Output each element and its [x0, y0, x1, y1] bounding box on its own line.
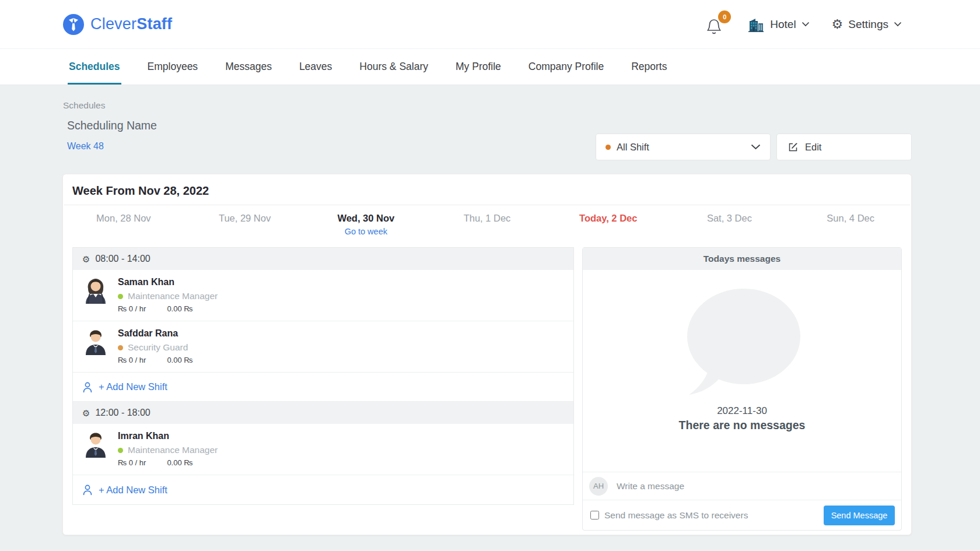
chevron-down-icon [894, 22, 902, 27]
hourly-rate: ₨ 0 / hr [118, 458, 146, 467]
shift-header-1[interactable]: ⚙ 08:00 - 14:00 [73, 248, 573, 270]
shift-time: 08:00 - 14:00 [95, 254, 150, 264]
day-mon[interactable]: Mon, 28 Nov [63, 213, 184, 247]
total-amount: 0.00 ₨ [167, 356, 192, 364]
user-avatar: AH [589, 477, 608, 496]
messages-date: 2022-11-30 [583, 405, 901, 417]
add-shift-label: + Add New Shift [99, 485, 167, 496]
tab-company-profile[interactable]: Company Profile [528, 49, 604, 85]
gear-icon: ⚙ [832, 18, 844, 31]
main-content: Schedules Scheduling Name Week 48 All Sh… [0, 85, 980, 551]
tab-hours-salary[interactable]: Hours & Salary [359, 49, 428, 85]
day-wed-label: Wed, 30 Nov [337, 213, 394, 223]
shift-header-2[interactable]: ⚙ 12:00 - 18:00 [73, 402, 573, 424]
logo[interactable]: CleverStaff [62, 13, 172, 36]
role-status-dot [118, 448, 123, 453]
shift-filter-dropdown[interactable]: All Shift [596, 134, 771, 160]
edit-button[interactable]: Edit [776, 134, 912, 160]
employee-role: Maintenance Manager [118, 291, 218, 301]
role-label: Maintenance Manager [128, 291, 218, 301]
gear-icon: ⚙ [82, 409, 90, 417]
week-card: Week From Nov 28, 2022 Mon, 28 Nov Tue, … [62, 174, 912, 535]
day-sun[interactable]: Sun, 4 Dec [790, 213, 911, 247]
notification-badge: 0 [718, 10, 731, 23]
tab-schedules[interactable]: Schedules [69, 49, 120, 85]
messages-panel-title: Todays messages [583, 248, 901, 270]
shift-time: 12:00 - 18:00 [95, 408, 150, 418]
day-wed-selected[interactable]: Wed, 30 Nov Go to week [305, 213, 426, 247]
notifications-button[interactable]: 0 [706, 14, 725, 35]
composer-actions: Send message as SMS to receivers Send Me… [583, 500, 901, 530]
edit-label: Edit [805, 142, 821, 153]
tab-my-profile[interactable]: My Profile [456, 49, 501, 85]
add-new-shift-button-2[interactable]: + Add New Shift [73, 475, 573, 504]
shifts-column: ⚙ 08:00 - 14:00 [72, 247, 574, 505]
employee-role: Maintenance Manager [118, 445, 218, 455]
add-new-shift-button-1[interactable]: + Add New Shift [73, 373, 573, 402]
top-header: CleverStaff 0 [0, 0, 980, 49]
edit-icon [788, 142, 799, 153]
sms-checkbox[interactable] [590, 511, 599, 520]
tab-leaves[interactable]: Leaves [299, 49, 332, 85]
go-to-week-link[interactable]: Go to week [305, 227, 426, 236]
employee-name: Saman Khan [118, 277, 218, 287]
messages-empty-state: 2022-11-30 There are no messages [583, 270, 901, 472]
gear-icon: ⚙ [82, 255, 90, 264]
content-row: ⚙ 08:00 - 14:00 [63, 247, 911, 531]
employee-rate: ₨ 0 / hr 0.00 ₨ [118, 356, 192, 364]
days-row: Mon, 28 Nov Tue, 29 Nov Wed, 30 Nov Go t… [63, 205, 911, 247]
employee-info: Imran Khan Maintenance Manager ₨ 0 / hr … [118, 431, 218, 467]
hourly-rate: ₨ 0 / hr [118, 356, 146, 364]
company-label: Hotel [770, 18, 796, 31]
chevron-down-icon [751, 144, 761, 150]
employee-name: Safddar Rana [118, 328, 192, 339]
employee-name: Imran Khan [118, 431, 218, 441]
settings-menu[interactable]: ⚙ Settings [832, 18, 902, 31]
employee-info: Saman Khan Maintenance Manager ₨ 0 / hr … [118, 277, 218, 313]
main-nav: Schedules Employees Messages Leaves Hour… [0, 49, 980, 85]
add-shift-label: + Add New Shift [99, 381, 167, 392]
role-status-dot [118, 294, 123, 299]
employee-row-imran-khan[interactable]: Imran Khan Maintenance Manager ₨ 0 / hr … [73, 424, 573, 475]
logo-clever: Clever [90, 15, 136, 33]
employee-row-safddar-rana[interactable]: Safddar Rana Security Guard ₨ 0 / hr 0.0… [73, 321, 573, 373]
scheduling-name-label: Scheduling Name [67, 119, 157, 132]
logo-text: CleverStaff [90, 15, 172, 33]
sms-checkbox-label: Send message as SMS to receivers [604, 510, 818, 521]
shift-filter-dot [606, 145, 611, 150]
avatar-man [82, 431, 109, 467]
week-title: Week From Nov 28, 2022 [63, 174, 911, 205]
write-message-input[interactable] [617, 481, 895, 492]
total-amount: 0.00 ₨ [167, 304, 192, 313]
tab-employees[interactable]: Employees [148, 49, 198, 85]
send-message-button[interactable]: Send Message [824, 506, 895, 525]
app-root: CleverStaff 0 [0, 0, 980, 551]
logo-staff: Staff [136, 15, 172, 33]
add-person-icon [82, 484, 93, 496]
hourly-rate: ₨ 0 / hr [118, 304, 146, 313]
tab-reports[interactable]: Reports [631, 49, 667, 85]
avatar-woman [82, 277, 109, 313]
header-actions: 0 [706, 14, 902, 35]
no-messages-text: There are no messages [583, 419, 901, 432]
total-amount: 0.00 ₨ [167, 458, 192, 467]
settings-label: Settings [848, 18, 888, 31]
employee-rate: ₨ 0 / hr 0.00 ₨ [118, 304, 218, 313]
week-48-link[interactable]: Week 48 [67, 141, 104, 152]
shift-filter-label: All Shift [617, 142, 745, 153]
day-tue[interactable]: Tue, 29 Nov [184, 213, 306, 247]
todays-messages-panel: Todays messages 2022-11-30 There are no … [582, 247, 902, 531]
employee-rate: ₨ 0 / hr 0.00 ₨ [118, 458, 218, 467]
company-selector[interactable]: Hotel [747, 16, 809, 33]
day-today[interactable]: Today, 2 Dec [548, 213, 669, 247]
speech-bubble-icon [583, 285, 901, 399]
role-status-dot [118, 345, 123, 350]
day-thu[interactable]: Thu, 1 Dec [426, 213, 548, 247]
tab-messages[interactable]: Messages [225, 49, 272, 85]
role-label: Security Guard [128, 342, 188, 353]
avatar-man [82, 328, 109, 364]
employee-row-saman-khan[interactable]: Saman Khan Maintenance Manager ₨ 0 / hr … [73, 270, 573, 321]
employee-role: Security Guard [118, 342, 192, 353]
chevron-down-icon [802, 22, 810, 27]
day-sat[interactable]: Sat, 3 Dec [669, 213, 790, 247]
